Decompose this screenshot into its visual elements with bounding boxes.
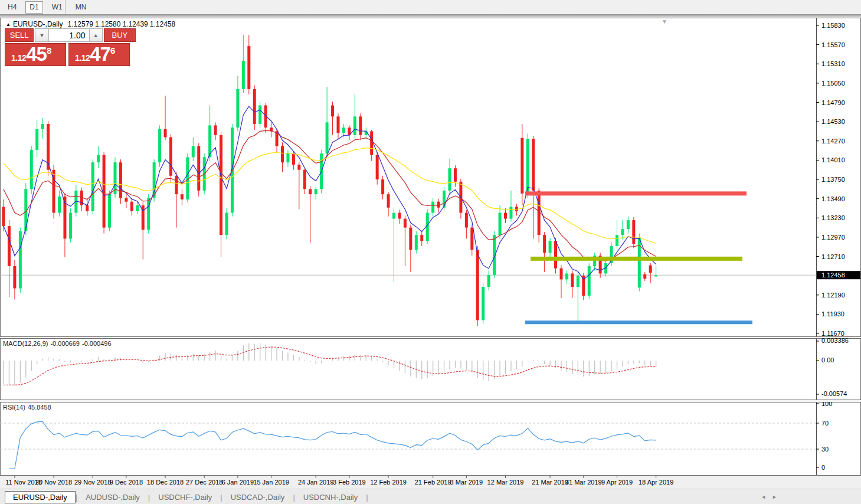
rsi-axis-label: 0 bbox=[821, 464, 825, 471]
price-tick-label: 1.12970 bbox=[821, 234, 845, 241]
chart-end-marker-icon[interactable]: ▼ bbox=[662, 18, 667, 25]
price-tick-label: 1.13490 bbox=[821, 195, 845, 202]
macd-name: MACD(12,26,9) bbox=[3, 340, 48, 347]
ohlc-low: 1.12439 bbox=[122, 20, 148, 28]
trading-platform-window: H4D1W1MN 1.158301.155701.153101.150501.1… bbox=[0, 0, 861, 504]
one-click-trade-panel: SELL ▼ ▲ BUY 1.12458 1.12476 bbox=[5, 28, 136, 66]
timeframe-button-mn[interactable]: MN bbox=[71, 1, 91, 14]
time-axis-canvas[interactable]: 11 Nov 201820 Nov 201829 Nov 20189 Dec 2… bbox=[0, 476, 861, 489]
toolbar-separator bbox=[65, 0, 66, 14]
tab-scroll-right-icon[interactable]: ► bbox=[772, 494, 783, 500]
sell-price-prefix: 1.12 bbox=[11, 53, 26, 63]
timeframe-toolbar: H4D1W1MN bbox=[0, 0, 861, 14]
ohlc-close: 1.12458 bbox=[150, 20, 175, 28]
chart-tab-usdchf[interactable]: USDCHF-,Daily bbox=[150, 491, 220, 503]
macd-axis-label: -0.00574 bbox=[821, 390, 847, 397]
date-label: 6 Jan 2019 bbox=[222, 479, 254, 486]
price-tick-label: 1.15570 bbox=[821, 41, 845, 48]
rsi-pane[interactable]: 10070300 bbox=[0, 402, 861, 476]
rsi-axis-label: 30 bbox=[821, 446, 829, 453]
date-label: 27 Dec 2018 bbox=[186, 479, 222, 486]
volume-input[interactable] bbox=[49, 28, 89, 42]
date-label: 21 Mar 2019 bbox=[532, 479, 568, 486]
date-label: 24 Jan 2019 bbox=[298, 479, 334, 486]
buy-price-prefix: 1.12 bbox=[75, 53, 90, 63]
sell-button[interactable]: SELL bbox=[5, 28, 34, 42]
sell-price-big: 45 bbox=[26, 44, 47, 65]
price-tick-label: 1.12190 bbox=[821, 292, 845, 299]
support-line[interactable] bbox=[525, 320, 752, 324]
date-label: 20 Nov 2018 bbox=[35, 479, 72, 486]
tab-scroll-arrows[interactable]: ◄► bbox=[761, 494, 783, 500]
chart-tab-bar: EURUSD-,Daily|AUDUSD-,Daily|USDCHF-,Dail… bbox=[0, 489, 861, 504]
date-label: 3 Feb 2019 bbox=[333, 479, 366, 486]
rsi-label: RSI(14)45.8458 bbox=[3, 404, 54, 411]
tab-separator: | bbox=[366, 493, 368, 502]
price-tick-label: 1.12710 bbox=[821, 253, 845, 260]
price-tick-label: 1.14010 bbox=[821, 156, 845, 163]
macd-canvas: 0.0033860.00-0.00574 bbox=[0, 338, 861, 400]
date-label: 31 Mar 2019 bbox=[565, 479, 602, 486]
price-tick-label: 1.14270 bbox=[821, 138, 845, 145]
timeframe-button-w1[interactable]: W1 bbox=[48, 1, 67, 14]
resistance-line[interactable] bbox=[525, 191, 747, 195]
chart-symbol-label: EURUSD-,Daily bbox=[13, 20, 63, 28]
rsi-name: RSI(14) bbox=[3, 404, 25, 411]
mid-line[interactable] bbox=[531, 257, 742, 261]
price-tick-label: 1.14530 bbox=[821, 118, 845, 125]
macd-axis-label: 0.003386 bbox=[821, 338, 849, 344]
price-tick-label: 1.13230 bbox=[821, 214, 845, 221]
rsi-axis-label: 100 bbox=[821, 402, 832, 407]
buy-price-button[interactable]: 1.12476 bbox=[68, 43, 130, 66]
date-label: 18 Apr 2019 bbox=[639, 479, 673, 486]
date-label: 3 Mar 2019 bbox=[450, 479, 483, 486]
date-label: 9 Dec 2018 bbox=[110, 479, 143, 486]
buy-price-big: 47 bbox=[90, 44, 110, 65]
timeframe-button-d1[interactable]: D1 bbox=[25, 1, 42, 14]
date-label: 18 Dec 2018 bbox=[147, 479, 184, 486]
date-label: 21 Feb 2019 bbox=[415, 479, 451, 486]
timeframe-button-h4[interactable]: H4 bbox=[4, 1, 21, 14]
macd-signal-value: -0.000496 bbox=[82, 340, 112, 347]
price-tick-label: 1.11930 bbox=[821, 310, 844, 318]
price-tick-label: 1.11670 bbox=[821, 330, 844, 337]
macd-axis-label: 0.00 bbox=[821, 356, 834, 364]
date-label: 15 Jan 2019 bbox=[253, 479, 289, 486]
svg-text:1.12458: 1.12458 bbox=[821, 271, 845, 279]
price-tick-label: 1.14790 bbox=[821, 99, 845, 106]
buy-button[interactable]: BUY bbox=[104, 28, 136, 42]
chart-title: ▲EURUSD-,Daily1.125791.125801.124391.124… bbox=[6, 20, 177, 28]
chart-tab-usdcnh[interactable]: USDCNH-,Daily bbox=[295, 491, 366, 503]
price-tick-label: 1.15050 bbox=[821, 80, 845, 87]
price-tick-label: 1.15830 bbox=[821, 22, 845, 29]
price-tick-label: 1.13750 bbox=[821, 176, 845, 183]
time-axis[interactable]: 11 Nov 201820 Nov 201829 Nov 20189 Dec 2… bbox=[0, 476, 861, 489]
collapse-panel-icon[interactable]: ▲ bbox=[6, 22, 11, 27]
date-label: 12 Mar 2019 bbox=[487, 479, 524, 486]
chart-tab-audusd[interactable]: AUDUSD-,Daily bbox=[77, 491, 148, 503]
volume-increase-button[interactable]: ▲ bbox=[89, 28, 103, 42]
sell-price-button[interactable]: 1.12458 bbox=[5, 43, 66, 66]
ohlc-open: 1.12579 bbox=[68, 20, 93, 28]
chart-tab-usdcad[interactable]: USDCAD-,Daily bbox=[222, 491, 293, 503]
tab-scroll-left-icon[interactable]: ◄ bbox=[761, 494, 772, 500]
ohlc-high: 1.12580 bbox=[95, 20, 120, 28]
macd-pane[interactable]: 0.0033860.00-0.00574 bbox=[0, 338, 861, 400]
volume-decrease-button[interactable]: ▼ bbox=[35, 28, 48, 42]
rsi-canvas: 10070300 bbox=[0, 402, 861, 476]
rsi-axis-label: 70 bbox=[821, 420, 829, 427]
macd-main-value: -0.000669 bbox=[50, 340, 80, 347]
price-tick-label: 1.15310 bbox=[821, 60, 845, 67]
chart-tab-eurusd[interactable]: EURUSD-,Daily bbox=[5, 491, 76, 503]
date-label: 9 Apr 2019 bbox=[601, 479, 633, 486]
date-label: 12 Feb 2019 bbox=[370, 479, 407, 486]
date-label: 29 Nov 2018 bbox=[74, 479, 111, 486]
buy-price-sup: 6 bbox=[110, 45, 115, 55]
rsi-value: 45.8458 bbox=[28, 404, 51, 411]
macd-label: MACD(12,26,9)-0.000669-0.000496 bbox=[3, 340, 114, 347]
sell-price-sup: 8 bbox=[47, 45, 51, 55]
